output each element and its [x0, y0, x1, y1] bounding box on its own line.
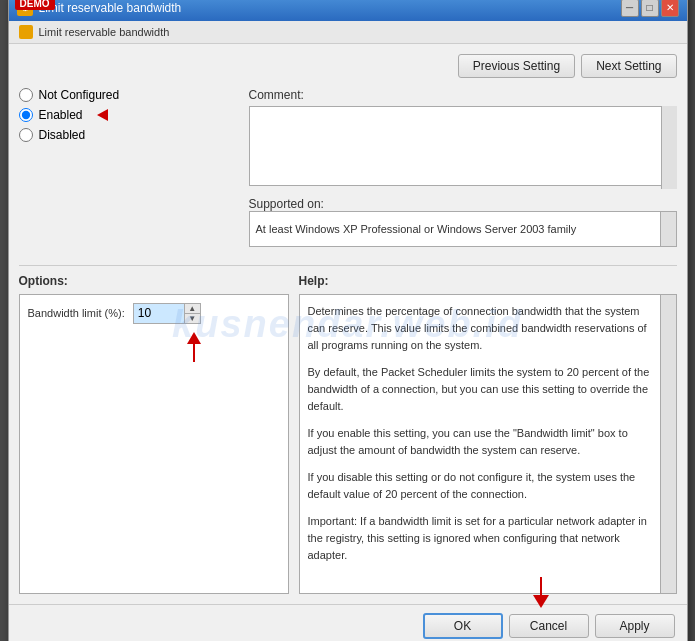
top-row: Previous Setting Next Setting	[19, 54, 677, 78]
help-section: Help: Determines the percentage of conne…	[289, 274, 677, 594]
help-box: Determines the percentage of connection …	[299, 294, 677, 594]
subtitle-icon	[19, 25, 33, 39]
supported-scrollbar[interactable]	[660, 212, 676, 246]
subtitle-text: Limit reservable bandwidth	[39, 26, 170, 38]
comment-wrapper	[249, 106, 677, 189]
bw-row: Bandwidth limit (%): ▲ ▼	[28, 303, 280, 324]
content-area: kusnendar.web.id Previous Setting Next S…	[9, 44, 687, 604]
supported-value: At least Windows XP Professional or Wind…	[256, 223, 577, 235]
supported-section: Supported on: At least Windows XP Profes…	[249, 197, 677, 247]
bw-spinner: ▲ ▼	[133, 303, 201, 324]
comment-textarea[interactable]	[249, 106, 677, 186]
arrow-down-head	[533, 595, 549, 608]
subtitle-bar: Limit reservable bandwidth	[9, 21, 687, 44]
help-para-3: If you enable this setting, you can use …	[308, 425, 658, 459]
help-title: Help:	[299, 274, 677, 288]
help-para-4: If you disable this setting or do not co…	[308, 469, 658, 503]
arrow-up-stem	[193, 344, 195, 362]
spinner-down[interactable]: ▼	[184, 314, 200, 323]
down-arrow-indicator	[533, 577, 549, 608]
apply-button[interactable]: Apply	[595, 614, 675, 638]
supported-label: Supported on:	[249, 197, 324, 211]
help-para-2: By default, the Packet Scheduler limits …	[308, 364, 658, 415]
disabled-label: Disabled	[39, 128, 86, 142]
prev-setting-button[interactable]: Previous Setting	[458, 54, 575, 78]
help-para-1: Determines the percentage of connection …	[308, 303, 658, 354]
main-window: ⚙ Limit reservable bandwidth ─ □ ✕ DEMO …	[8, 0, 688, 641]
disabled-option[interactable]: Disabled	[19, 128, 239, 142]
ok-button[interactable]: OK	[423, 613, 503, 639]
help-para-5: Important: If a bandwidth limit is set f…	[308, 513, 658, 564]
supported-box: At least Windows XP Professional or Wind…	[249, 211, 677, 247]
main-section: Not Configured Enabled Disabled	[19, 88, 677, 257]
radio-group: Not Configured Enabled Disabled	[19, 88, 239, 142]
title-buttons: ─ □ ✕	[621, 0, 679, 17]
options-title: Options:	[19, 274, 289, 288]
maximize-button[interactable]: □	[641, 0, 659, 17]
cancel-button[interactable]: Cancel	[509, 614, 589, 638]
help-scrollbar[interactable]	[660, 295, 676, 593]
bw-label: Bandwidth limit (%):	[28, 307, 125, 319]
enabled-option[interactable]: Enabled	[19, 108, 239, 122]
arrow-up-head	[187, 332, 201, 344]
up-arrow-indicator	[108, 332, 280, 362]
left-panel: Not Configured Enabled Disabled	[19, 88, 239, 257]
comment-scrollbar[interactable]	[661, 106, 677, 189]
not-configured-label: Not Configured	[39, 88, 120, 102]
right-panel: Comment: Supported on: At least Windows …	[239, 88, 677, 257]
enabled-label: Enabled	[39, 108, 83, 122]
disabled-radio[interactable]	[19, 128, 33, 142]
bw-input[interactable]	[134, 304, 184, 323]
arrow-down-stem	[540, 577, 542, 595]
options-help-row: Options: Bandwidth limit (%): ▲ ▼	[19, 274, 677, 594]
bottom-bar: OK Cancel Apply	[9, 604, 687, 642]
minimize-button[interactable]: ─	[621, 0, 639, 17]
options-section: Options: Bandwidth limit (%): ▲ ▼	[19, 274, 289, 594]
enabled-arrow	[97, 109, 108, 121]
comment-label: Comment:	[249, 88, 677, 102]
demo-badge: DEMO	[15, 0, 55, 10]
spinner-arrows: ▲ ▼	[184, 304, 200, 323]
main-divider	[19, 265, 677, 266]
window-title: Limit reservable bandwidth	[39, 1, 182, 15]
next-setting-button[interactable]: Next Setting	[581, 54, 676, 78]
close-button[interactable]: ✕	[661, 0, 679, 17]
spinner-up[interactable]: ▲	[184, 304, 200, 314]
options-box: Bandwidth limit (%): ▲ ▼	[19, 294, 289, 594]
title-bar: ⚙ Limit reservable bandwidth ─ □ ✕ DEMO	[9, 0, 687, 21]
comment-section: Comment:	[249, 88, 677, 189]
not-configured-option[interactable]: Not Configured	[19, 88, 239, 102]
not-configured-radio[interactable]	[19, 88, 33, 102]
enabled-radio[interactable]	[19, 108, 33, 122]
